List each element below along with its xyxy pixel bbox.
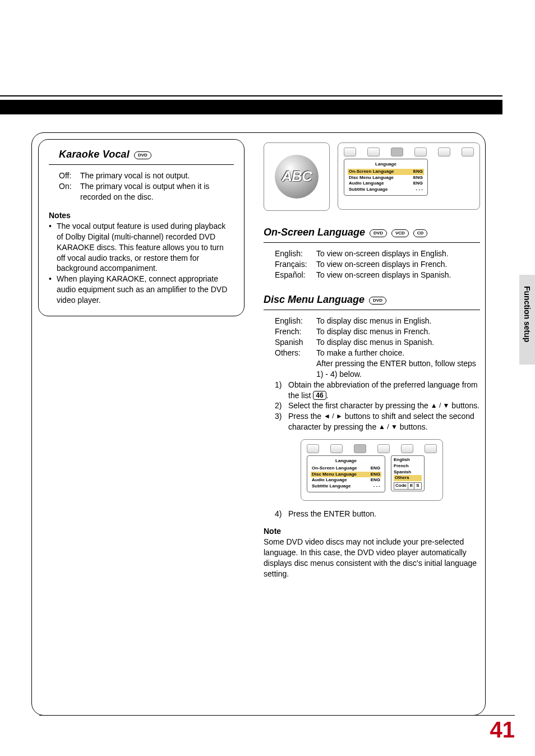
step-text: Press the ENTER button. <box>288 509 480 519</box>
osd-popup-item: French <box>394 463 422 469</box>
lang-row: Español: To view on-screen displays in S… <box>275 270 480 280</box>
section-title-karaoke: Karaoke Vocal DVD <box>49 147 234 165</box>
option-label: Off: <box>59 170 80 181</box>
osd-key: Disc Menu Language <box>312 472 357 478</box>
header-bar <box>0 100 502 114</box>
osd-screenshot-language: Language On-Screen Language ENG Disc Men… <box>338 142 480 210</box>
lang-label: Others: <box>275 348 316 358</box>
lang-row: Français: To view on-screen displays in … <box>275 259 480 270</box>
footer-rule <box>39 715 515 716</box>
step-text-post: buttons. <box>398 422 428 431</box>
left-right-arrow-icon: ◄ / ► <box>324 412 343 420</box>
section-title-text: Disc Menu Language <box>264 293 365 306</box>
step-row: 2) Select the first character by pressin… <box>275 400 480 411</box>
note-text: When playing KARAOKE, connect appropriat… <box>57 274 234 306</box>
osd-popup: English French Spanish Others Code E S <box>391 455 425 491</box>
illustration-row: ABC Language On-Screen Language ENG <box>264 142 480 211</box>
lang-text: After pressing the ENTER button, follow … <box>316 358 480 380</box>
lang-label: Français: <box>275 259 316 270</box>
step-number: 2) <box>275 400 288 411</box>
step-number: 4) <box>275 509 288 519</box>
osd-row: Subtitle Language - - - <box>348 187 424 193</box>
lang-text: To display disc menus in Spanish. <box>316 337 480 348</box>
osd-val: ENG <box>371 465 380 472</box>
lang-label: Spanish <box>275 337 316 348</box>
lang-text: To display disc menus in English. <box>316 316 480 326</box>
karaoke-off-row: Off: The primary vocal is not output. <box>59 170 234 181</box>
up-down-arrow-icon: ▲ / ▼ <box>431 402 450 409</box>
lang-row-cont: After pressing the ENTER button, follow … <box>275 358 480 380</box>
dvd-badge-icon: DVD <box>370 229 387 237</box>
header-rule <box>0 95 502 96</box>
osd-panel: Language On-Screen Language ENG Disc Men… <box>344 159 428 196</box>
osd-val: ENG <box>413 181 423 187</box>
osd-screenshot-language-popup: Language On-Screen Language ENG Disc Men… <box>301 439 443 501</box>
lang-text: To display disc menus in French. <box>316 326 480 337</box>
section-title-text: Karaoke Vocal <box>59 147 130 161</box>
step-text-pre: Press the <box>288 412 324 421</box>
osd-tab-icon <box>344 147 356 156</box>
osd-popup-item: English <box>394 457 422 463</box>
vcd-badge-icon: VCD <box>391 229 409 237</box>
note-item: • When playing KARAOKE, connect appropri… <box>49 274 234 306</box>
osd-panel-title: Language <box>348 162 424 168</box>
code-char: E <box>408 483 413 489</box>
lang-row: French: To display disc menus in French. <box>275 326 480 337</box>
right-column: ABC Language On-Screen Language ENG <box>264 142 480 579</box>
osd-popup-code: Code E S <box>394 482 422 490</box>
osd-row: Audio Language ENG <box>348 181 424 187</box>
cd-badge-icon: CD <box>413 229 428 237</box>
osd-key: Audio Language <box>312 477 347 483</box>
dvd-badge-icon: DVD <box>134 151 151 159</box>
step-text: Select the first character by pressing t… <box>288 400 480 411</box>
step-number: 1) <box>275 380 288 401</box>
side-tab-label: Function setup <box>523 286 532 342</box>
osd-key: Subtitle Language <box>312 483 350 490</box>
step-text-post: . <box>326 391 329 400</box>
osd-row: On-Screen Language ENG <box>311 465 381 472</box>
dvd-badge-icon: DVD <box>369 297 386 305</box>
note-body: Some DVD video discs may not include you… <box>264 537 480 579</box>
osd-tab-icon <box>425 444 437 453</box>
osd-tab-icon <box>462 147 474 156</box>
osd-panel-title: Language <box>311 458 381 464</box>
osd-tab-icon <box>330 444 343 453</box>
section-title-dml: Disc Menu Language DVD <box>264 293 480 310</box>
osd-tab-icon <box>438 147 450 156</box>
osd-row: Disc Menu Language ENG <box>311 472 381 478</box>
option-text: The primary vocal is not output. <box>80 170 234 181</box>
osd-tab-row <box>307 444 437 453</box>
osd-key: On-Screen Language <box>349 169 394 175</box>
step-number: 3) <box>275 411 288 432</box>
lang-label: French: <box>275 326 316 337</box>
osd-row: On-Screen Language ENG <box>348 169 424 175</box>
note-heading: Note <box>264 526 480 537</box>
osd-val: - - - <box>373 483 380 490</box>
osd-key: Audio Language <box>349 181 384 187</box>
lang-text: To view on-screen displays in English. <box>316 248 480 259</box>
lang-text: To view on-screen displays in Spanish. <box>316 270 480 280</box>
osd-tab-icon <box>354 444 366 453</box>
lang-label: English: <box>275 248 316 259</box>
osd-row: Audio Language ENG <box>311 477 381 483</box>
option-label: On: <box>59 181 80 202</box>
step-row: 1) Obtain the abbreviation of the prefer… <box>275 380 480 401</box>
osd-tab-icon <box>367 147 380 156</box>
osd-tab-icon <box>414 147 427 156</box>
lang-text: To view on-screen displays in French. <box>316 259 480 270</box>
osd-row: Disc Menu Language ENG <box>348 175 424 181</box>
notes-heading: Notes <box>49 210 234 221</box>
page-number: 41 <box>490 717 515 743</box>
osd-popup-item: Spanish <box>394 469 422 476</box>
abc-sphere-icon: ABC <box>275 155 319 199</box>
lang-row: English: To display disc menus in Englis… <box>275 316 480 326</box>
osd-panel: Language On-Screen Language ENG Disc Men… <box>307 455 385 492</box>
osd-val: ENG <box>413 169 423 175</box>
lang-label <box>275 358 316 380</box>
lang-label: English: <box>275 316 316 326</box>
osd-tab-icon <box>307 444 319 453</box>
osd-key: On-Screen Language <box>312 465 357 472</box>
step-row: 4) Press the ENTER button. <box>275 509 480 519</box>
abc-illustration: ABC <box>264 142 330 211</box>
lang-label: Español: <box>275 270 316 280</box>
